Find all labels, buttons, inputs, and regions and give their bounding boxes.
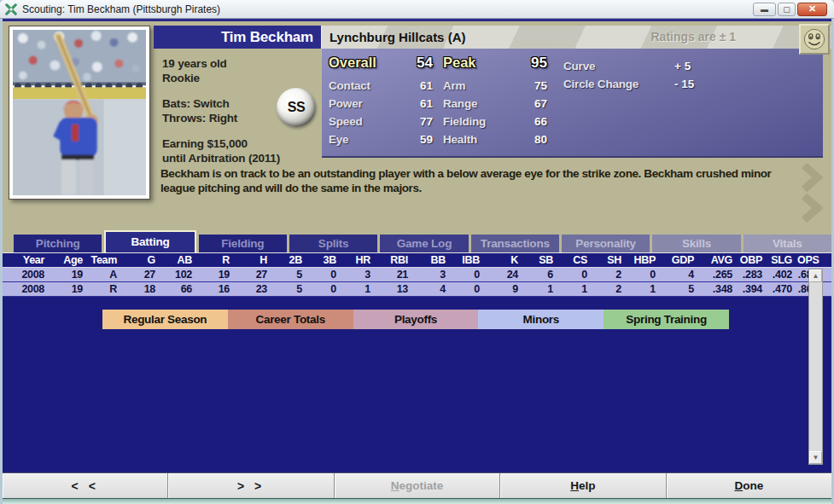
career-totals-button[interactable]: Career Totals xyxy=(228,310,353,329)
stats-cell: 18 xyxy=(122,282,160,296)
stats-cell: 2008 xyxy=(3,268,50,281)
stats-header-cell: R xyxy=(197,253,235,267)
mood-button[interactable] xyxy=(799,24,830,55)
window-bottom-edge xyxy=(0,498,834,504)
rating-row-power: Power61 xyxy=(329,97,433,110)
stats-cell: 0 xyxy=(451,282,485,296)
bio-status: Rookie xyxy=(162,71,290,85)
help-button[interactable]: Help xyxy=(500,473,666,498)
rating-row-circle-change: Circle Change- 15 xyxy=(563,78,760,90)
scroll-up-icon[interactable]: ▲ xyxy=(809,269,822,282)
rating-value: 75 xyxy=(513,79,547,92)
overall-label: Overall xyxy=(329,55,395,72)
stats-header-cell: RBI xyxy=(376,253,413,267)
rating-label: Contact xyxy=(329,79,399,92)
rating-row-arm: Arm75 xyxy=(443,79,547,92)
titlebar-accent-strip xyxy=(0,19,834,21)
tab-transactions[interactable]: Transactions xyxy=(471,235,559,252)
bio-earning-line1: Earning $15,000 xyxy=(162,136,290,151)
stats-header-cell: Year xyxy=(3,253,50,267)
rating-label: Fielding xyxy=(443,115,513,128)
rating-label: Curve xyxy=(563,60,674,72)
maximize-icon[interactable]: ▢ xyxy=(778,3,796,16)
stats-header-row: YearAgeTeamGABRH2B3BHRRBIBBIBBKSBCSSHHBP… xyxy=(3,253,831,268)
player-name-header: Tim Beckham xyxy=(154,26,321,49)
stats-cell: 9 xyxy=(485,282,523,296)
stats-cell: 5 xyxy=(272,282,307,296)
stats-header-cell: H xyxy=(235,253,272,267)
rating-row-health: Health80 xyxy=(443,133,547,146)
prev-player-button[interactable]: < < xyxy=(3,473,168,498)
stats-cell: 0 xyxy=(558,268,592,281)
stats-header-cell: Team xyxy=(88,253,122,267)
rating-row-range: Range67 xyxy=(443,97,547,110)
stats-cell: 6 xyxy=(523,268,558,281)
stats-cell: 16 xyxy=(197,282,235,296)
tab-splits[interactable]: Splits xyxy=(289,235,377,252)
regular-season-button[interactable]: Regular Season xyxy=(102,310,228,329)
rating-label: Arm xyxy=(443,79,513,92)
bio-earning-line2: until Arbitration (2011) xyxy=(162,151,290,165)
done-button[interactable]: Done xyxy=(667,473,831,498)
stats-header-cell: SB xyxy=(523,253,558,267)
rating-value: 66 xyxy=(513,115,547,128)
tab-game-log[interactable]: Game Log xyxy=(380,235,468,252)
next-player-button[interactable]: > > xyxy=(168,473,334,498)
tab-vitals[interactable]: Vitals xyxy=(744,235,831,252)
chevron-watermark-icon xyxy=(801,164,831,223)
stats-cell: 5 xyxy=(272,268,307,281)
stats-cell: 0 xyxy=(307,282,341,296)
tab-bar: PitchingBattingFieldingSplitsGame LogTra… xyxy=(14,230,831,252)
minors-button[interactable]: Minors xyxy=(478,310,604,329)
stats-header-cell: K xyxy=(485,253,523,267)
stats-header-cell: AB xyxy=(160,253,197,267)
stats-cell: 3 xyxy=(341,268,376,281)
stat-filter-row: Regular SeasonCareer TotalsPlayoffsMinor… xyxy=(102,310,729,329)
rating-row-eye: Eye59 xyxy=(329,133,433,146)
stats-header-cell: Age xyxy=(50,253,88,267)
table-row: 200819A27102192750321302460204.265.283.4… xyxy=(3,268,831,282)
stats-cell: 0 xyxy=(307,268,341,281)
stats-cell: 0 xyxy=(627,268,661,281)
tab-fielding[interactable]: Fielding xyxy=(199,235,287,252)
close-icon[interactable]: ✕ xyxy=(797,3,827,16)
rating-value: 80 xyxy=(513,133,547,146)
stats-header-cell: 2B xyxy=(272,253,307,267)
playoffs-button[interactable]: Playoffs xyxy=(353,310,479,329)
stats-cell: 2 xyxy=(592,268,627,281)
stats-cell: .402 xyxy=(767,268,797,281)
stats-cell: 3 xyxy=(413,268,451,281)
bio-bats: Bats: Switch xyxy=(162,96,290,111)
player-bio: 19 years old Rookie Bats: Switch Throws:… xyxy=(162,56,290,165)
stats-cell: A xyxy=(88,268,122,281)
ratings-accuracy-note: Ratings are ± 1 xyxy=(651,26,737,49)
stats-cell: .283 xyxy=(738,268,767,281)
tab-batting[interactable]: Batting xyxy=(104,230,195,252)
minimize-icon[interactable]: ▬ xyxy=(753,3,776,16)
tab-personality[interactable]: Personality xyxy=(562,235,650,252)
scroll-down-icon[interactable]: ▼ xyxy=(809,451,822,464)
peak-value: 95 xyxy=(510,55,547,72)
negotiate-button[interactable]: Negotiate xyxy=(335,473,500,498)
stats-area: YearAgeTeamGABRH2B3BHRRBIBBIBBKSBCSSHHBP… xyxy=(3,252,831,472)
table-scrollbar[interactable]: ▲ ▼ xyxy=(808,269,823,465)
rating-label: Health xyxy=(443,133,513,146)
stats-header-cell: CS xyxy=(558,253,592,267)
position-badge: SS xyxy=(277,88,316,127)
title-bar: Scouting: Tim Beckham (Pittsburgh Pirate… xyxy=(0,0,834,19)
rating-value: 59 xyxy=(399,133,433,146)
tab-pitching[interactable]: Pitching xyxy=(14,235,102,252)
stats-cell: R xyxy=(88,282,122,296)
spring-training-button[interactable]: Spring Training xyxy=(604,310,729,329)
rating-value: 61 xyxy=(399,97,433,110)
stats-header-cell: GDP xyxy=(661,253,699,267)
rating-value: 61 xyxy=(399,79,433,92)
rating-label: Eye xyxy=(329,133,399,146)
peak-label: Peak xyxy=(443,55,510,72)
stats-cell: 102 xyxy=(160,268,197,281)
tab-skills[interactable]: Skills xyxy=(652,235,740,252)
stats-cell: 13 xyxy=(376,282,413,296)
smiley-face-icon xyxy=(802,27,826,51)
rating-value: + 5 xyxy=(674,60,726,72)
rating-label: Speed xyxy=(329,115,399,128)
